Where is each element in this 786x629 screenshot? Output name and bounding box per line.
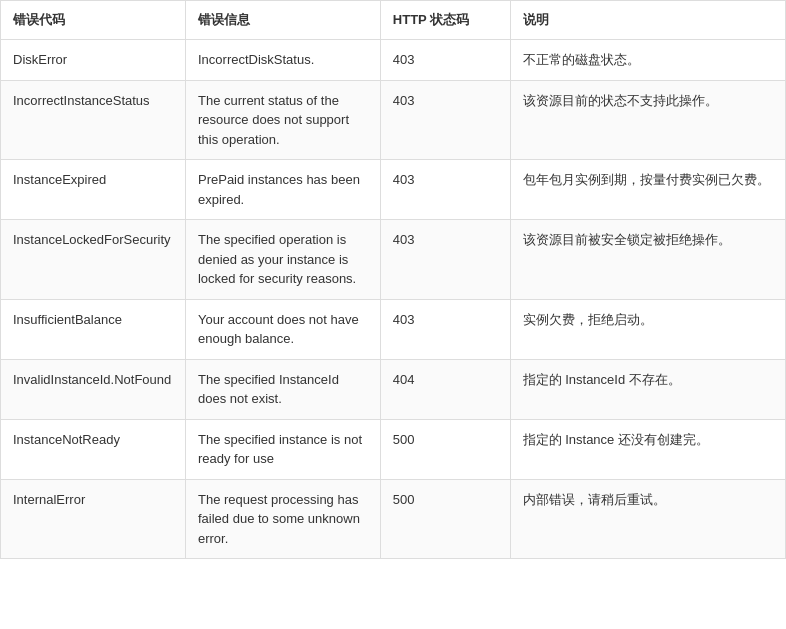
table-row: InsufficientBalanceYour account does not… xyxy=(1,299,786,359)
cell-message: The request processing has failed due to… xyxy=(185,479,380,559)
cell-http: 500 xyxy=(380,479,510,559)
cell-code: InsufficientBalance xyxy=(1,299,186,359)
cell-desc: 该资源目前的状态不支持此操作。 xyxy=(510,80,785,160)
error-codes-table-container: 错误代码 错误信息 HTTP 状态码 说明 DiskErrorIncorrect… xyxy=(0,0,786,559)
cell-desc: 指定的 Instance 还没有创建完。 xyxy=(510,419,785,479)
table-row: InstanceNotReadyThe specified instance i… xyxy=(1,419,786,479)
header-desc: 说明 xyxy=(510,1,785,40)
cell-message: The specified operation is denied as you… xyxy=(185,220,380,300)
cell-desc: 实例欠费，拒绝启动。 xyxy=(510,299,785,359)
cell-http: 403 xyxy=(380,220,510,300)
cell-code: IncorrectInstanceStatus xyxy=(1,80,186,160)
cell-http: 403 xyxy=(380,160,510,220)
table-row: InstanceLockedForSecurityThe specified o… xyxy=(1,220,786,300)
table-row: InvalidInstanceId.NotFoundThe specified … xyxy=(1,359,786,419)
cell-message: The current status of the resource does … xyxy=(185,80,380,160)
cell-http: 403 xyxy=(380,80,510,160)
error-codes-table: 错误代码 错误信息 HTTP 状态码 说明 DiskErrorIncorrect… xyxy=(0,0,786,559)
cell-desc: 不正常的磁盘状态。 xyxy=(510,40,785,81)
cell-desc: 内部错误，请稍后重试。 xyxy=(510,479,785,559)
table-header-row: 错误代码 错误信息 HTTP 状态码 说明 xyxy=(1,1,786,40)
cell-message: The specified instance is not ready for … xyxy=(185,419,380,479)
cell-code: InternalError xyxy=(1,479,186,559)
cell-http: 404 xyxy=(380,359,510,419)
table-row: DiskErrorIncorrectDiskStatus.403不正常的磁盘状态… xyxy=(1,40,786,81)
table-row: InternalErrorThe request processing has … xyxy=(1,479,786,559)
cell-http: 403 xyxy=(380,299,510,359)
cell-desc: 指定的 InstanceId 不存在。 xyxy=(510,359,785,419)
cell-message: The specified InstanceId does not exist. xyxy=(185,359,380,419)
cell-message: PrePaid instances has been expired. xyxy=(185,160,380,220)
cell-code: DiskError xyxy=(1,40,186,81)
cell-desc: 包年包月实例到期，按量付费实例已欠费。 xyxy=(510,160,785,220)
cell-code: InstanceLockedForSecurity xyxy=(1,220,186,300)
cell-message: Your account does not have enough balanc… xyxy=(185,299,380,359)
table-row: IncorrectInstanceStatusThe current statu… xyxy=(1,80,786,160)
cell-http: 500 xyxy=(380,419,510,479)
cell-message: IncorrectDiskStatus. xyxy=(185,40,380,81)
cell-code: InstanceNotReady xyxy=(1,419,186,479)
header-message: 错误信息 xyxy=(185,1,380,40)
cell-code: InstanceExpired xyxy=(1,160,186,220)
cell-code: InvalidInstanceId.NotFound xyxy=(1,359,186,419)
header-http: HTTP 状态码 xyxy=(380,1,510,40)
table-row: InstanceExpiredPrePaid instances has bee… xyxy=(1,160,786,220)
header-code: 错误代码 xyxy=(1,1,186,40)
cell-http: 403 xyxy=(380,40,510,81)
cell-desc: 该资源目前被安全锁定被拒绝操作。 xyxy=(510,220,785,300)
